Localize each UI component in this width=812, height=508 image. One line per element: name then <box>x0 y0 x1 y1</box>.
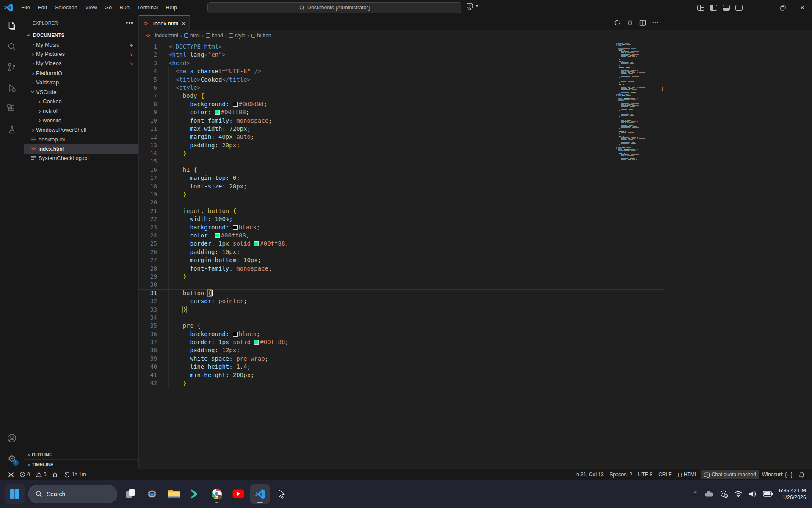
activity-testing[interactable] <box>2 119 22 140</box>
status-encoding[interactable]: UTF-8 <box>635 470 655 479</box>
breadcrumb-index-html[interactable]: <>index.html <box>145 33 178 39</box>
editor-action-split-editor-icon[interactable] <box>639 19 646 26</box>
activity-accounts[interactable] <box>2 428 22 448</box>
tree-folder-vscode[interactable]: ›VSCode <box>24 87 138 97</box>
copilot-titlebar-button[interactable]: ▼ <box>466 2 479 10</box>
taskbar-app-terminal[interactable] <box>185 484 205 504</box>
taskbar-app-chrome[interactable] <box>207 484 226 504</box>
menu-run[interactable]: Run <box>116 3 133 12</box>
activity-explorer[interactable] <box>2 15 22 36</box>
taskbar-app-file-explorer[interactable] <box>164 484 183 504</box>
menu-terminal[interactable]: Terminal <box>133 3 162 12</box>
menu-edit[interactable]: Edit <box>34 3 51 12</box>
breadcrumb-html[interactable]: html <box>184 33 200 39</box>
tree-file-desktop-ini[interactable]: desktop.ini <box>24 135 138 144</box>
activity-search[interactable] <box>2 36 22 57</box>
status-copilot-status[interactable]: Chat quota reached <box>701 470 759 479</box>
line-content: color: #00ff88; <box>168 108 664 116</box>
status-home[interactable] <box>49 470 61 479</box>
code-line-23: 23background: black; <box>139 224 664 232</box>
code-editor[interactable]: 1<!DOCTYPE html>2<html lang="en">3<head>… <box>139 41 664 469</box>
indent-guide <box>183 100 190 108</box>
command-center-search[interactable]: Documents [Administrator] <box>207 2 461 13</box>
tree-folder-windowspowershell[interactable]: ›WindowsPowerShell <box>24 125 138 135</box>
restore-button[interactable] <box>773 0 793 15</box>
tree-folder-my-pictures[interactable]: ›My Pictures↳ <box>24 49 138 58</box>
start-button[interactable] <box>5 484 25 504</box>
documents-section-header[interactable]: › DOCUMENTS <box>24 30 138 40</box>
taskbar-app-stacked-windows[interactable] <box>121 484 140 504</box>
section-outline[interactable]: ›OUTLINE <box>24 450 138 459</box>
code-line-42: 42} <box>139 379 664 387</box>
menu-help[interactable]: Help <box>162 3 181 12</box>
menu-go[interactable]: Go <box>101 3 116 12</box>
editor-action-plug-icon[interactable] <box>627 19 633 26</box>
status-windsurf-status[interactable]: Windsurf: {...} <box>759 470 795 479</box>
status-warnings[interactable]: 0 <box>33 470 50 479</box>
tab-index-html[interactable]: <> index.html ✕ <box>139 15 190 30</box>
minimap-line <box>616 65 660 66</box>
breadcrumb-head[interactable]: head <box>206 33 223 39</box>
tray-copilot-tray[interactable] <box>720 490 728 498</box>
tree-folder-cooked[interactable]: ›Cooked <box>24 97 138 106</box>
minimap-line <box>616 155 660 156</box>
taskbar-app-settings[interactable]: ⚙ <box>142 484 162 504</box>
taskbar-app-vscode[interactable] <box>250 484 270 504</box>
line-content: width: 100%; <box>168 215 664 223</box>
status-remote-indicator[interactable] <box>4 470 17 479</box>
indent-guide <box>168 174 176 182</box>
status-indentation[interactable]: Spaces: 2 <box>607 470 635 479</box>
toggle-primary-sidebar-icon[interactable] <box>710 5 717 11</box>
tray-chevron-up-icon[interactable]: ⌃ <box>693 491 698 497</box>
line-number: 27 <box>139 256 168 264</box>
toggle-secondary-sidebar-icon[interactable] <box>735 5 743 11</box>
status-errors[interactable]: 0 <box>17 470 33 479</box>
status-timer[interactable]: 1h 1m <box>61 470 88 479</box>
tree-folder-my-videos[interactable]: ›My Videos↳ <box>24 59 138 68</box>
activity-extensions[interactable] <box>2 98 22 119</box>
taskbar-search[interactable]: Search <box>28 485 117 503</box>
close-tab-icon[interactable]: ✕ <box>181 20 186 27</box>
menu-view[interactable]: View <box>81 3 101 12</box>
editor-action-codex-icon[interactable] <box>614 19 621 26</box>
status-language-mode[interactable]: { }HTML <box>674 470 700 479</box>
editor-action-more-actions-icon[interactable]: ⋯ <box>652 19 659 27</box>
tree-folder-website[interactable]: ›website <box>24 116 138 125</box>
minimap-line <box>616 119 660 119</box>
tree-item-label: website <box>43 117 61 124</box>
tree-file-index-html[interactable]: <>index.html <box>24 144 138 153</box>
customize-layout-icon[interactable] <box>697 5 704 11</box>
explorer-more-actions-icon[interactable]: ••• <box>126 19 133 26</box>
tray-wifi[interactable] <box>734 491 743 497</box>
taskbar-app-youtube[interactable] <box>229 484 248 504</box>
minimap[interactable] <box>616 41 660 160</box>
tray-onedrive[interactable] <box>704 491 714 497</box>
toggle-panel-icon[interactable] <box>723 5 730 11</box>
status-cursor-position[interactable]: Ln 31, Col 13 <box>570 470 606 479</box>
tray-volume[interactable] <box>748 491 757 497</box>
tree-folder-rickroll[interactable]: ›rickroll <box>24 106 138 116</box>
taskbar-app-pointer[interactable] <box>272 484 291 504</box>
activity-run-and-debug[interactable] <box>2 77 22 98</box>
text-file-icon <box>30 137 36 142</box>
minimize-button[interactable]: — <box>754 0 773 15</box>
status-label: CRLF <box>658 472 671 478</box>
tree-folder-my-music[interactable]: ›My Music↳ <box>24 40 138 49</box>
menu-selection[interactable]: Selection <box>51 3 81 12</box>
taskbar-clock[interactable]: 6:36:42 PM1/26/2026 <box>779 487 806 501</box>
status-end-of-line[interactable]: CRLF <box>655 470 674 479</box>
close-button[interactable]: ✕ <box>793 0 812 15</box>
tree-folder-platformio[interactable]: ›PlatformIO <box>24 68 138 77</box>
activity-settings[interactable]: ⚙1 <box>2 448 22 469</box>
tree-folder-voidstrap[interactable]: ›Voidstrap <box>24 78 138 87</box>
breadcrumb-style[interactable]: style <box>229 33 246 39</box>
breadcrumb-button[interactable]: button <box>251 33 271 39</box>
tree-file-systemchecklog-txt[interactable]: SystemCheckLog.txt <box>24 154 138 163</box>
activity-source-control[interactable] <box>2 57 22 77</box>
status-notifications[interactable] <box>795 470 808 479</box>
section-timeline[interactable]: ›TIMELINE <box>24 459 138 469</box>
menu-file[interactable]: File <box>17 3 34 12</box>
code-line-5: 5<title>Cooked</title> <box>139 76 664 84</box>
tray-battery[interactable] <box>763 491 773 497</box>
minimap-line <box>616 127 660 128</box>
